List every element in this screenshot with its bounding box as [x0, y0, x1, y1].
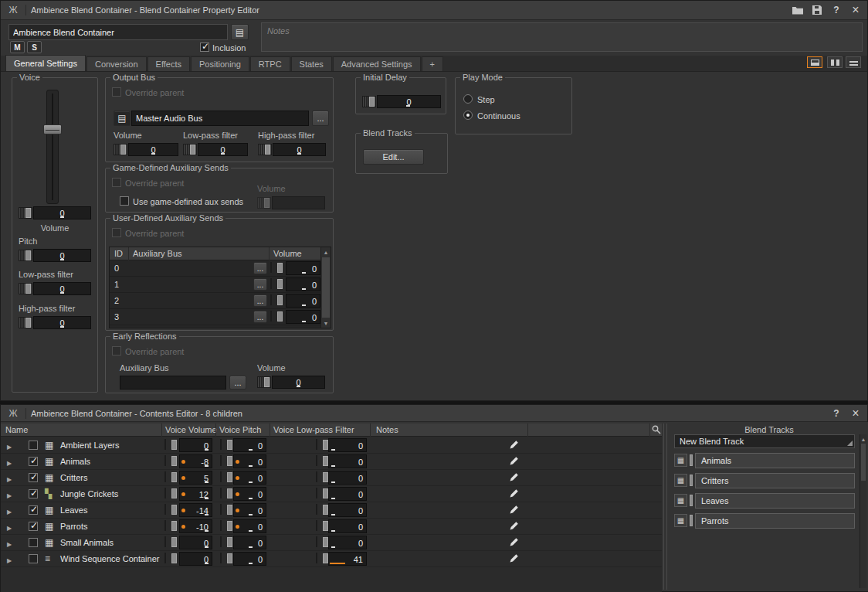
voice-volume-value[interactable]: 0 [179, 536, 212, 549]
slider-grip-icon[interactable] [19, 250, 32, 261]
edit-notes-icon[interactable] [509, 537, 520, 548]
expand-arrow-icon[interactable] [7, 555, 15, 563]
scroll-up-icon[interactable] [321, 247, 331, 257]
scrollbar-thumb[interactable] [322, 257, 330, 318]
include-checkbox[interactable] [29, 505, 38, 515]
track-handle[interactable] [690, 495, 693, 506]
bus-lowpass-spinner[interactable]: 0 [183, 143, 248, 156]
col-voice-pitch[interactable]: Voice Pitch [219, 425, 261, 434]
open-icon[interactable] [790, 4, 805, 17]
col-name[interactable]: Name [5, 425, 28, 434]
slider-grip-icon[interactable] [258, 144, 272, 155]
edit-notes-icon[interactable] [509, 456, 520, 467]
pane-splitter[interactable] [662, 422, 670, 591]
voice-lowpass-value[interactable]: 0 [328, 438, 367, 452]
notes-field[interactable]: Notes [261, 22, 863, 52]
layout-columns-icon[interactable] [827, 56, 843, 68]
voice-volume-value[interactable]: -10 [179, 519, 212, 533]
object-name[interactable]: Critters [60, 473, 87, 482]
table-row[interactable]: Wind Sequence Container 0 0 41 [1, 551, 662, 567]
blend-track-name[interactable]: Parrots [695, 513, 855, 529]
tab-add[interactable]: + [422, 56, 443, 71]
aux-volume-value[interactable]: 0 [286, 277, 320, 291]
bus-volume-spinner[interactable]: 0 [114, 143, 178, 156]
object-name[interactable]: Jungle Crickets [60, 489, 118, 498]
slider-grip-icon[interactable] [164, 455, 166, 466]
blend-track-item[interactable]: Leaves [674, 493, 860, 509]
blend-track-name[interactable]: Animals [695, 453, 855, 468]
include-checkbox[interactable] [29, 522, 38, 531]
browse-bus-button[interactable]: ... [312, 111, 329, 126]
slider-grip-icon[interactable] [270, 278, 272, 289]
use-game-defined-checkbox[interactable] [120, 196, 129, 206]
table-row[interactable]: Critters 5 0 0 [1, 470, 662, 486]
slider-grip-icon[interactable] [220, 553, 222, 563]
slider-grip-icon[interactable] [270, 311, 272, 322]
blend-track-name[interactable]: Leaves [695, 493, 855, 509]
object-name[interactable]: Leaves [60, 505, 87, 515]
override-parent-checkbox[interactable] [112, 346, 121, 356]
slider-grip-icon[interactable] [316, 439, 317, 450]
expand-arrow-icon[interactable] [7, 490, 15, 498]
expand-arrow-icon[interactable] [7, 506, 15, 514]
blend-track-name[interactable]: Critters [695, 473, 855, 488]
slider-grip-icon[interactable] [220, 504, 222, 515]
table-row[interactable]: Leaves -14 0 0 [1, 502, 662, 519]
voice-volume-fader-handle[interactable] [43, 124, 62, 134]
close-icon[interactable] [848, 4, 863, 17]
tab-positioning[interactable]: Positioning [191, 56, 249, 71]
expand-arrow-icon[interactable] [7, 458, 15, 465]
slider-grip-icon[interactable] [220, 520, 222, 531]
table-row[interactable]: Small Animals 0 0 0 [1, 535, 662, 551]
voice-volume-value[interactable]: 0 [179, 438, 212, 452]
table-row[interactable]: Jungle Crickets 12 0 0 [1, 486, 662, 502]
include-checkbox[interactable] [29, 473, 38, 482]
blend-track-item[interactable]: Animals [674, 453, 860, 468]
er-volume-value[interactable]: 0 [272, 376, 325, 389]
col-voice-lowpass[interactable]: Voice Low-pass Filter [273, 425, 354, 434]
object-menu-button[interactable] [231, 24, 249, 40]
object-name[interactable]: Small Animals [60, 538, 114, 547]
slider-grip-icon[interactable] [114, 144, 127, 155]
slider-grip-icon[interactable] [220, 439, 222, 450]
voice-pitch-value[interactable]: 0 [233, 487, 266, 501]
browse-aux-bus-button[interactable]: ... [253, 294, 267, 307]
aux-send-row[interactable]: 3 ... 0 [110, 309, 320, 325]
edit-blend-tracks-button[interactable]: Edit... [363, 149, 424, 165]
voice-lowpass-value[interactable]: 0 [328, 454, 367, 468]
tab-conversion[interactable]: Conversion [86, 56, 147, 71]
er-volume-spinner[interactable]: 0 [257, 376, 325, 389]
bus-lowpass-value[interactable]: 0 [198, 143, 248, 156]
bus-volume-value[interactable]: 0 [128, 143, 178, 156]
voice-volume-value[interactable]: 5 [179, 471, 212, 485]
aux-volume-value[interactable]: 0 [286, 261, 320, 275]
bus-highpass-value[interactable]: 0 [273, 143, 326, 156]
slider-grip-icon[interactable] [316, 553, 317, 563]
col-voice-volume[interactable]: Voice Volume [165, 425, 217, 434]
edit-notes-icon[interactable] [509, 472, 520, 483]
browse-aux-bus-button[interactable]: ... [253, 311, 267, 323]
slider-grip-icon[interactable] [316, 536, 317, 547]
voice-pitch-value[interactable]: 0 [233, 519, 266, 533]
voice-pitch-value[interactable]: 0 [233, 503, 266, 517]
voice-volume-value[interactable]: 12 [179, 487, 212, 501]
slider-grip-icon[interactable] [220, 471, 222, 482]
voice-lowpass-value[interactable]: 0 [328, 487, 367, 501]
slider-grip-icon[interactable] [164, 488, 166, 498]
voice-lowpass-spinner[interactable]: 0 [19, 282, 91, 295]
output-bus-field[interactable]: Master Audio Bus [131, 111, 309, 126]
blend-track-item[interactable]: Parrots [674, 513, 860, 529]
override-parent-checkbox[interactable] [112, 178, 121, 187]
tab-advanced-settings[interactable]: Advanced Settings [333, 56, 421, 71]
scroll-down-icon[interactable] [321, 318, 331, 328]
aux-send-row[interactable]: 0 ... 0 [110, 260, 320, 277]
blend-track-item[interactable]: Critters [674, 473, 860, 488]
tab-rtpc[interactable]: RTPC [250, 56, 290, 71]
slider-grip-icon[interactable] [316, 520, 317, 531]
aux-volume-value[interactable]: 0 [286, 310, 320, 324]
track-handle[interactable] [690, 454, 693, 466]
help-icon[interactable] [829, 4, 844, 17]
voice-lowpass-value[interactable]: 0 [328, 471, 367, 485]
aux-send-row[interactable]: 1 ... 0 [110, 277, 320, 293]
voice-lowpass-value[interactable]: 41 [328, 552, 367, 566]
